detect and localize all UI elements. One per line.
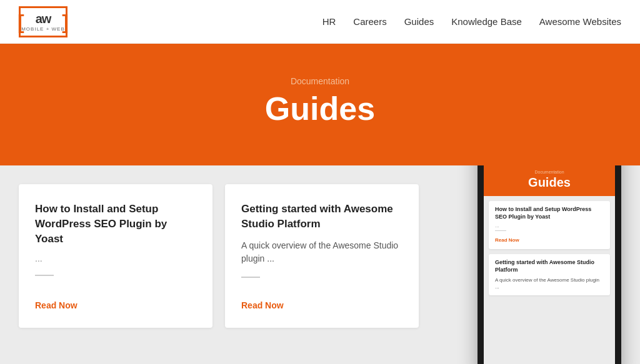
header-nav: HR Careers Guides Knowledge Base Awesome… [322,16,621,27]
phone-hero-title: Guides [488,175,611,190]
phone-card-1-read-now[interactable]: Read Now [495,237,519,243]
phone-hero: Documentation Guides [484,165,615,196]
nav-awesome-websites[interactable]: Awesome Websites [539,16,621,27]
site-header: aw MOBILE + WEB HR Careers Guides Knowle… [0,0,640,44]
card-1-title: How to Install and Setup WordPress SEO P… [35,202,196,246]
nav-guides[interactable]: Guides [404,16,434,27]
card-2-divider [241,277,260,278]
phone-mockup: aw MOBILE + WEB ≡ Documentation Guides H… [478,165,621,364]
card-1: How to Install and Setup WordPress SEO P… [19,184,212,328]
nav-knowledge-base[interactable]: Knowledge Base [451,16,522,27]
phone-screen: aw MOBILE + WEB ≡ Documentation Guides H… [484,165,615,364]
logo-aw-text: aw [36,12,51,26]
phone-hero-subtitle: Documentation [488,170,611,174]
card-1-divider [35,275,54,276]
phone-card-1-title: How to Install and Setup WordPress SEO P… [495,206,604,220]
logo-box: aw MOBILE + WEB [19,6,68,37]
hero-subtitle: Documentation [291,76,349,86]
phone-card-2-desc: A quick overview of the Awesome Studio p… [495,277,604,290]
phone-card-2-title: Getting started with Awesome Studio Plat… [495,259,604,273]
card-1-read-now[interactable]: Read Now [35,300,196,310]
nav-hr[interactable]: HR [322,16,336,27]
phone-content: How to Install and Setup WordPress SEO P… [484,196,615,364]
phone-card-2: Getting started with Awesome Studio Plat… [489,254,610,295]
hero-title: Guides [265,90,375,127]
card-2-description: A quick overview of the Awesome Studio p… [241,239,402,265]
card-1-ellipsis: ... [35,253,196,263]
main-content: How to Install and Setup WordPress SEO P… [0,165,640,364]
logo-sub-text: MOBILE + WEB [21,26,65,32]
card-2: Getting started with Awesome Studio Plat… [225,184,419,328]
nav-careers[interactable]: Careers [353,16,386,27]
logo[interactable]: aw MOBILE + WEB [19,6,68,37]
phone-card-1-ellipsis: ... [495,223,604,229]
hero-section: Documentation Guides [0,44,640,165]
card-2-title: Getting started with Awesome Studio Plat… [241,202,402,232]
card-2-read-now[interactable]: Read Now [241,300,402,310]
phone-card-1-divider [495,230,506,231]
phone-card-1: How to Install and Setup WordPress SEO P… [489,201,610,249]
